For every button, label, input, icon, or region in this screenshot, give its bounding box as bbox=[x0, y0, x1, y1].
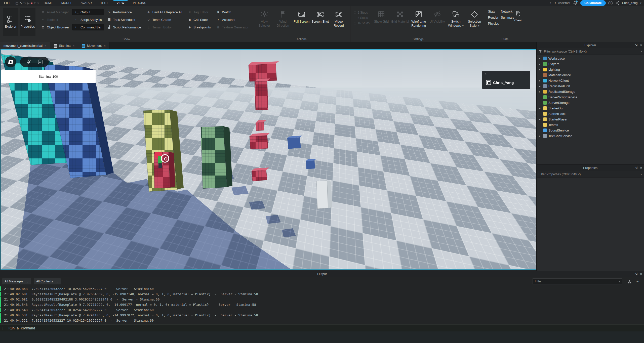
output-more-icon[interactable]: ⋯ bbox=[635, 279, 639, 284]
tree-item-serverstorage[interactable]: ServerStorage bbox=[537, 100, 644, 105]
tree-item-replicatedstorage[interactable]: ▸ReplicatedStorage bbox=[537, 89, 644, 94]
tree-item-starterpack[interactable]: StarterPack bbox=[537, 111, 644, 116]
selection-style[interactable]: Selection Style ▾ bbox=[465, 7, 484, 28]
explorer-toggle[interactable]: Explorer bbox=[3, 8, 18, 36]
menu-tab-plugins[interactable]: PLUGINS bbox=[129, 0, 150, 6]
tree-item-materialservice[interactable]: MaterialService bbox=[537, 72, 644, 78]
assistant-button[interactable]: ✦ Assistant bbox=[554, 1, 570, 5]
script-performance[interactable]: ▟Script Performance bbox=[105, 24, 143, 30]
stats-stats[interactable]: Stats bbox=[488, 10, 499, 13]
stats-summary[interactable]: Summary bbox=[501, 16, 514, 19]
script-analysis[interactable]: ›_Script Analysis bbox=[72, 16, 104, 23]
tab-movement-script[interactable]: Movement× bbox=[78, 42, 109, 49]
tree-item-workspace[interactable]: ▸Workspace bbox=[537, 56, 644, 61]
stats-clear-button[interactable]: Clear bbox=[514, 7, 522, 22]
viewport-quick-pill[interactable] bbox=[20, 57, 49, 67]
command-bar-toggle[interactable]: ›_Command Bar bbox=[72, 24, 104, 30]
menu-tab-avatar[interactable]: AVATAR bbox=[76, 0, 96, 6]
user-caret-icon[interactable]: ▾ bbox=[640, 2, 641, 5]
explorer-close-icon[interactable]: × bbox=[640, 43, 642, 47]
3d-viewport[interactable]: Stamina: 100 × Chris_Yang bbox=[1, 49, 536, 270]
breakpoints[interactable]: ◉Breakpoints bbox=[185, 24, 213, 30]
drag-grip-icon[interactable]: ⋮⋮ bbox=[0, 326, 9, 330]
tab-close-icon[interactable]: × bbox=[104, 44, 106, 48]
properties-toggle[interactable]: i Properties bbox=[20, 8, 35, 36]
object-browser[interactable]: ◫Object Browser bbox=[39, 24, 71, 30]
expand-arrow-icon[interactable]: ▸ bbox=[538, 63, 542, 65]
log-line[interactable]: 21:40:04.531 RaycastResult{Baseplate @ 7… bbox=[0, 313, 644, 318]
call-stack[interactable]: ≣Call Stack bbox=[185, 16, 213, 23]
performance[interactable]: ∿Performance bbox=[105, 9, 143, 15]
tree-item-replicatedfirst[interactable]: ▸ReplicatedFirst bbox=[537, 83, 644, 89]
expand-arrow-icon[interactable]: ▸ bbox=[538, 68, 542, 71]
properties-close-icon[interactable]: × bbox=[640, 166, 642, 170]
open-file-icon[interactable]: ⇱ bbox=[20, 1, 22, 5]
output-toggle[interactable]: ›_Output bbox=[72, 9, 104, 15]
stats-network[interactable]: Network bbox=[501, 10, 514, 13]
team-create[interactable]: ⚇Team Create bbox=[144, 16, 185, 23]
command-input[interactable]: Run a command bbox=[9, 326, 35, 330]
expand-arrow-icon[interactable]: ▸ bbox=[538, 118, 542, 121]
watch[interactable]: ▣Watch bbox=[214, 9, 251, 15]
expand-arrow-icon[interactable]: ▸ bbox=[538, 135, 542, 137]
find-all-replace-all[interactable]: ◎Find All / Replace All bbox=[144, 9, 185, 15]
output-log[interactable]: 21:40:00.848 7.025415420532227 10.025415… bbox=[0, 286, 644, 323]
tree-item-soundservice[interactable]: SoundService bbox=[537, 127, 644, 133]
new-file-icon[interactable]: ▢ bbox=[15, 1, 18, 5]
tree-item-networkclient[interactable]: ▸NetworkClient bbox=[537, 78, 644, 83]
context-filter-dropdown[interactable]: All Contexts⌄ bbox=[34, 278, 61, 284]
full-screen[interactable]: Full Screen bbox=[292, 7, 311, 24]
message-filter-dropdown[interactable]: All Messages⌄ bbox=[2, 278, 31, 284]
explorer-filter-input[interactable]: Filter workspace (Ctrl+Shift+X) ▾ bbox=[537, 48, 644, 55]
notifications-button[interactable] bbox=[573, 1, 578, 6]
explorer-dock-icon[interactable]: ⇲ bbox=[635, 43, 638, 47]
collaborate-button[interactable]: Collaborate bbox=[580, 0, 606, 6]
menu-tab-home[interactable]: HOME bbox=[39, 0, 57, 6]
wireframe-rendering[interactable]: Wireframe Rendering bbox=[409, 7, 428, 28]
filter-caret-icon[interactable]: ▾ bbox=[641, 50, 642, 53]
log-line[interactable]: 21:40:03.548 7.025415420532227 10.025415… bbox=[0, 307, 644, 313]
file-menu[interactable]: FILE bbox=[0, 1, 15, 5]
properties-filter-input[interactable]: Filter Properties (Ctrl+Shift+P) ▾ bbox=[537, 171, 644, 178]
tab-close-icon[interactable]: × bbox=[72, 44, 74, 48]
output-dock-icon[interactable]: ⇲ bbox=[635, 272, 638, 276]
filter-caret-icon[interactable]: ▾ bbox=[641, 173, 642, 176]
properties-dock-icon[interactable]: ⇲ bbox=[635, 166, 638, 170]
tree-item-teams[interactable]: Teams bbox=[537, 122, 644, 127]
help-button[interactable]: ? bbox=[608, 1, 613, 5]
tab-stamina-script[interactable]: Stamina× bbox=[50, 42, 78, 49]
collapse-ribbon-icon[interactable]: ∧ bbox=[549, 2, 551, 5]
command-bar[interactable]: ⋮⋮ Run a command bbox=[0, 324, 644, 331]
expand-arrow-icon[interactable]: ▸ bbox=[538, 57, 542, 60]
expand-arrow-icon[interactable]: ▸ bbox=[538, 90, 542, 93]
stop-icon[interactable]: ■ bbox=[30, 1, 32, 5]
tab-close-icon[interactable]: × bbox=[45, 44, 47, 48]
nametag-close-icon[interactable]: × bbox=[485, 72, 487, 76]
screen-shot[interactable]: Screen Shot bbox=[311, 7, 330, 24]
menu-tab-model[interactable]: MODEL bbox=[57, 0, 76, 6]
output-filter-input[interactable]: Filter... ▾ bbox=[533, 278, 622, 284]
log-line[interactable]: 21:40:03.548 RaycastResult{Baseplate @ 7… bbox=[0, 302, 644, 307]
username-label[interactable]: Chris_Yang bbox=[622, 1, 638, 5]
tree-item-starterplayer[interactable]: ▸StarterPlayer bbox=[537, 116, 644, 122]
switch-windows[interactable]: Switch Windows ▾ bbox=[447, 7, 465, 28]
stats-render[interactable]: Render bbox=[488, 16, 499, 19]
menu-tab-view[interactable]: VIEW bbox=[112, 0, 129, 6]
expand-arrow-icon[interactable]: ▸ bbox=[538, 107, 542, 110]
log-line[interactable]: 21:40:02.681 RaycastResult{Baseplate @ 7… bbox=[0, 291, 644, 297]
log-line[interactable]: 21:40:00.848 7.025415420532227 10.025415… bbox=[0, 286, 644, 291]
tree-item-textchatservice[interactable]: ▸TextChatService bbox=[537, 133, 644, 139]
menu-tab-test[interactable]: TEST bbox=[96, 0, 112, 6]
tree-item-serverscriptservice[interactable]: ServerScriptService bbox=[537, 94, 644, 100]
log-line[interactable]: 21:40:02.681 0.0029325485229492188 3.002… bbox=[0, 297, 644, 302]
tree-item-lighting[interactable]: ▸Lighting bbox=[537, 67, 644, 72]
output-close-icon[interactable]: × bbox=[640, 272, 642, 276]
share-icon[interactable] bbox=[615, 1, 620, 5]
video-record[interactable]: Video Record bbox=[330, 7, 348, 28]
roblox-menu-button[interactable] bbox=[5, 56, 16, 67]
expand-arrow-icon[interactable]: ▸ bbox=[538, 85, 542, 88]
tab-place[interactable]: movement_commission.rbxl× bbox=[0, 42, 50, 49]
task-scheduler[interactable]: ☰Task Scheduler bbox=[105, 16, 143, 23]
clear-output-broom-icon[interactable] bbox=[627, 279, 632, 284]
assistant-ribbon[interactable]: ✦Assistant bbox=[214, 16, 251, 23]
